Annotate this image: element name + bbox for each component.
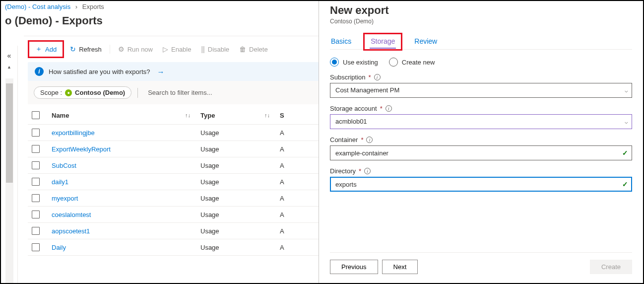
header-type[interactable]: Type <box>200 112 215 119</box>
export-name-link[interactable]: myexport <box>52 195 78 202</box>
refresh-icon: ↻ <box>70 45 76 53</box>
header-name[interactable]: Name <box>52 112 69 119</box>
required-icon: * <box>361 136 363 143</box>
refresh-button[interactable]: ↻ Refresh <box>66 43 106 55</box>
storage-mode-radios: Use existing Create new <box>330 58 632 67</box>
delete-label: Delete <box>249 46 268 53</box>
subscription-label: Subscription <box>330 73 366 81</box>
export-s: A <box>280 227 284 235</box>
export-name-link[interactable]: coeslalomtest <box>52 211 91 218</box>
tab-review[interactable]: Review <box>413 34 438 49</box>
enable-button[interactable]: ▷ Enable <box>159 43 195 55</box>
required-icon: * <box>359 167 361 175</box>
export-name-link[interactable]: exportbillingjbe <box>52 129 95 137</box>
row-checkbox[interactable] <box>32 145 40 153</box>
export-s: A <box>280 145 284 153</box>
delete-button[interactable]: 🗑 Delete <box>235 43 272 55</box>
panel-footer: Previous Next Create <box>330 252 632 283</box>
radio-unselected-icon <box>389 58 398 67</box>
add-button-highlight: ＋ Add <box>28 40 64 58</box>
row-checkbox[interactable] <box>32 178 40 186</box>
feedback-link[interactable]: → <box>157 68 164 76</box>
add-button[interactable]: ＋ Add <box>31 43 61 56</box>
sort-icon[interactable]: ↑↓ <box>264 112 270 118</box>
export-type: Usage <box>200 129 219 137</box>
panel-tabs: Basics Storage Review <box>330 33 632 50</box>
scope-pill[interactable]: Scope : ● Contoso (Demo) <box>34 86 131 99</box>
export-name-link[interactable]: daily1 <box>52 178 68 186</box>
page-title: o (Demo) - Exports <box>5 14 103 27</box>
scrollbar[interactable] <box>5 78 13 283</box>
row-checkbox[interactable] <box>32 227 40 235</box>
info-icon[interactable]: i <box>364 168 371 174</box>
export-type: Usage <box>200 162 219 169</box>
export-name-link[interactable]: Daily <box>52 244 66 251</box>
disable-button[interactable]: || Disable <box>197 43 233 55</box>
export-type: Usage <box>200 178 219 186</box>
export-type: Usage <box>200 195 219 202</box>
refresh-label: Refresh <box>79 46 102 53</box>
select-all-checkbox[interactable] <box>32 111 40 119</box>
row-checkbox[interactable] <box>32 194 40 202</box>
required-icon: * <box>380 105 383 112</box>
radio-create-new-label: Create new <box>402 59 435 66</box>
run-now-button[interactable]: ⚙ Run now <box>114 43 157 55</box>
search-input[interactable] <box>144 86 303 99</box>
run-now-label: Run now <box>128 46 153 53</box>
filter-separator <box>137 88 138 98</box>
disable-label: Disable <box>208 46 229 53</box>
export-type: Usage <box>200 244 219 251</box>
row-checkbox[interactable] <box>32 129 40 137</box>
row-checkbox[interactable] <box>32 161 40 169</box>
create-button: Create <box>590 260 632 274</box>
add-label: Add <box>45 46 57 53</box>
radio-create-new[interactable]: Create new <box>389 58 435 67</box>
scope-value: Contoso (Demo) <box>75 89 125 96</box>
next-button[interactable]: Next <box>382 260 418 274</box>
tab-basics[interactable]: Basics <box>330 34 352 49</box>
pause-icon: || <box>201 45 204 53</box>
container-input[interactable] <box>330 145 632 160</box>
export-type: Usage <box>200 211 219 218</box>
directory-label: Directory <box>330 167 356 175</box>
breadcrumb-current: Exports <box>82 3 104 10</box>
export-name-link[interactable]: ExportWeeklyReport <box>52 145 111 153</box>
radio-selected-icon <box>330 58 339 67</box>
panel-title: New export <box>330 4 632 17</box>
export-name-link[interactable]: SubCost <box>52 162 76 169</box>
row-checkbox[interactable] <box>32 243 40 251</box>
export-s: A <box>280 162 284 169</box>
subscription-select[interactable]: Cost Management PM <box>330 83 632 98</box>
toolbar-separator <box>110 45 110 54</box>
breadcrumb-link[interactable]: (Demo) - Cost analysis <box>5 3 70 10</box>
plus-icon: ＋ <box>35 45 42 54</box>
previous-button[interactable]: Previous <box>330 260 378 274</box>
export-type: Usage <box>200 145 219 153</box>
panel-subtitle: Contoso (Demo) <box>330 18 632 25</box>
storage-account-select[interactable]: acmblob01 <box>330 114 632 129</box>
chevron-right-icon: › <box>75 3 77 10</box>
scope-icon: ● <box>65 89 72 96</box>
export-name-link[interactable]: aopscoetest1 <box>52 227 90 235</box>
radio-use-existing[interactable]: Use existing <box>330 58 378 67</box>
info-icon[interactable]: i <box>374 74 381 80</box>
directory-input[interactable] <box>330 177 632 192</box>
radio-use-existing-label: Use existing <box>343 59 378 66</box>
scrollbar-thumb[interactable] <box>6 83 13 183</box>
info-icon[interactable]: i <box>366 137 373 143</box>
collapse-icon[interactable]: « <box>7 52 11 60</box>
header-s[interactable]: S <box>280 112 284 119</box>
scroll-up-icon[interactable]: ▲ <box>7 65 11 70</box>
left-gutter: « ▲ <box>1 46 18 283</box>
required-icon: * <box>369 73 371 81</box>
gear-icon: ⚙ <box>118 45 125 53</box>
sort-icon[interactable]: ↑↓ <box>185 112 191 118</box>
row-checkbox[interactable] <box>32 211 40 218</box>
export-type: Usage <box>200 227 219 235</box>
tab-storage[interactable]: Storage <box>370 34 396 48</box>
info-icon: i <box>35 67 44 76</box>
tab-storage-highlight: Storage <box>363 33 402 51</box>
feedback-text: How satisfied are you with exports? <box>49 68 150 75</box>
play-icon: ▷ <box>163 45 168 53</box>
info-icon[interactable]: i <box>386 105 392 112</box>
